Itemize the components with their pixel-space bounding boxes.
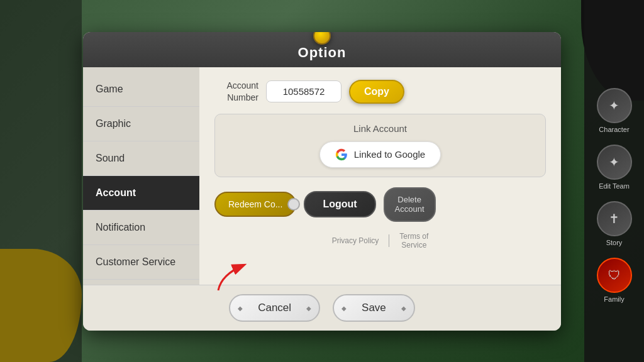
footer-links: Privacy Policy Terms ofService [214, 232, 546, 250]
copy-button[interactable]: Copy [349, 80, 404, 104]
redeem-button[interactable]: Redeem Co... [214, 192, 296, 217]
arrow-annotation [209, 256, 259, 296]
logout-button[interactable]: Logout [304, 191, 375, 217]
action-row: Redeem Co... Logout Delete Account [214, 187, 546, 222]
nav-item-sound[interactable]: Sound [83, 141, 199, 176]
account-number-label: AccountNumber [214, 80, 258, 102]
google-icon [335, 148, 348, 161]
nav-sidebar: Game Graphic Sound Account Notification … [83, 67, 199, 285]
option-dialog: Option Game Graphic Sound Account Noti [83, 32, 561, 331]
save-button[interactable]: Save [333, 294, 415, 322]
nav-item-customer-service[interactable]: Customer Service [83, 245, 199, 280]
dialog-overlay: Option Game Graphic Sound Account Noti [0, 0, 644, 362]
link-account-title: Link Account [228, 123, 533, 134]
footer-divider [389, 234, 389, 247]
privacy-policy-link[interactable]: Privacy Policy [332, 236, 379, 245]
content-area: AccountNumber 10558572 Copy Link Account [199, 67, 561, 285]
dialog-body: Game Graphic Sound Account Notification … [83, 67, 561, 285]
nav-item-graphic[interactable]: Graphic [83, 107, 199, 141]
linked-to-google-button[interactable]: Linked to Google [319, 141, 441, 168]
google-button-label: Linked to Google [354, 149, 425, 160]
cancel-button[interactable]: Cancel [229, 294, 320, 322]
account-number-row: AccountNumber 10558572 Copy [214, 80, 546, 104]
nav-item-account[interactable]: Account [83, 176, 199, 211]
dialog-header: Option [83, 32, 561, 67]
delete-account-button[interactable]: Delete Account [384, 187, 436, 222]
dialog-title: Option [96, 45, 548, 61]
nav-item-game[interactable]: Game [83, 72, 199, 107]
dialog-footer: Cancel Save [83, 285, 561, 331]
account-number-value: 10558572 [266, 80, 341, 102]
header-gem-icon [313, 32, 331, 45]
terms-of-service-link[interactable]: Terms ofService [399, 232, 428, 250]
link-account-section: Link Account Linked to Google [214, 114, 546, 177]
nav-item-notification[interactable]: Notification [83, 211, 199, 245]
